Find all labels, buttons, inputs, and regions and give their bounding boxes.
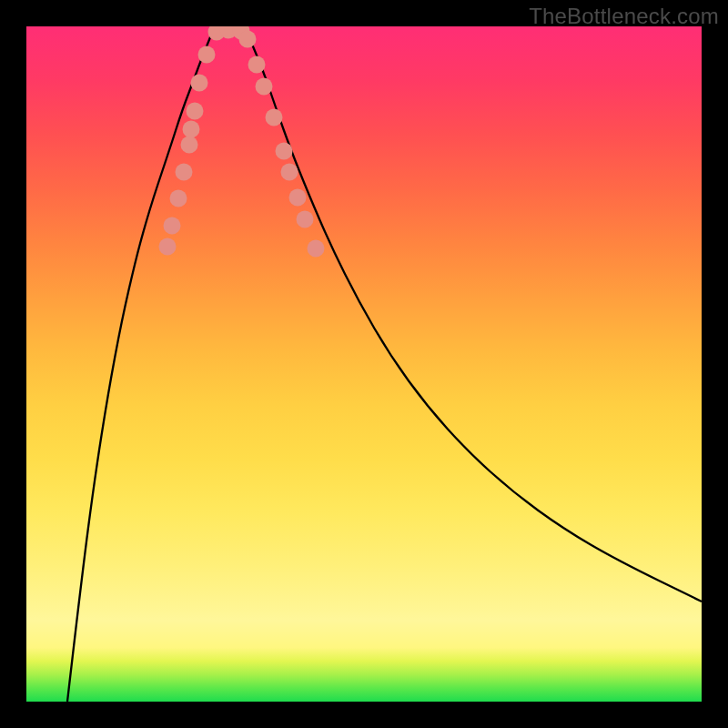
marker-dots [159,26,325,258]
marker-dot [164,217,181,235]
marker-dot [239,31,257,48]
marker-dot [183,121,200,138]
marker-dot [289,189,307,207]
curve-path [67,27,702,702]
marker-dot [256,78,273,96]
marker-dot [248,56,266,74]
marker-dot [208,26,226,41]
marker-dot [297,211,314,228]
chart-frame: TheBottleneck.com [0,0,728,728]
marker-dot [198,46,216,64]
marker-dot [233,26,250,40]
marker-dot [281,164,298,181]
watermark-text: TheBottleneck.com [529,4,719,29]
marker-dot [187,103,204,120]
chart-svg [26,26,702,702]
marker-dot [176,164,193,181]
marker-dot [266,109,283,126]
marker-dot [170,190,187,207]
bottleneck-curve [67,27,702,702]
marker-dot [159,238,177,256]
marker-dot [181,136,198,154]
marker-dot [191,75,208,92]
marker-dot [276,143,293,160]
marker-dot [308,240,325,258]
marker-dot [220,26,238,39]
plot-area [26,26,702,702]
